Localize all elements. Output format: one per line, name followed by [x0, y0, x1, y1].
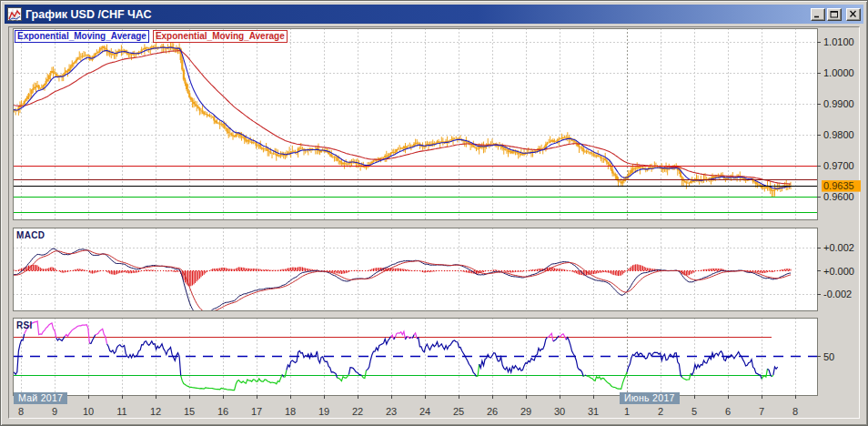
x-axis-day-label: 22: [352, 406, 363, 417]
price-axis-label: 0.9700: [823, 160, 854, 171]
rsi-label: RSI: [16, 320, 33, 330]
macd-axis-label: +0.002: [823, 242, 854, 253]
x-axis-day-label: 8: [792, 406, 798, 417]
x-axis-day-label: 24: [419, 406, 430, 417]
rsi-area[interactable]: [13, 318, 817, 395]
x-axis-day-label: 8: [18, 406, 24, 417]
x-axis-day-label: 26: [487, 406, 498, 417]
macd-area[interactable]: [13, 228, 817, 310]
chart-canvas[interactable]: 1.01001.00000.99000.98000.97000.96000.96…: [1, 1, 868, 426]
x-axis-day-label: 31: [588, 406, 599, 417]
x-axis-day-label: 18: [285, 406, 296, 417]
x-axis-day-label: 11: [116, 406, 126, 417]
indicator-labels: Exponential_Moving_Average Exponential_M…: [15, 30, 288, 43]
x-axis-day-label: 12: [150, 406, 161, 417]
price-axis-label: 0.9900: [823, 98, 854, 109]
ema-slow-label: Exponential_Moving_Average: [153, 30, 288, 43]
x-axis-day-label: 29: [520, 406, 531, 417]
price-axis-label: 1.0000: [823, 67, 854, 78]
macd-axis-label: +0.000: [823, 266, 854, 277]
price-axis-label: 0.9600: [823, 191, 854, 202]
x-axis-day-label: 19: [318, 406, 329, 417]
x-axis-day-label: 15: [184, 406, 195, 417]
x-axis-day-label: 16: [217, 406, 228, 417]
x-axis-day-label: 10: [83, 406, 94, 417]
price-axis-label: 0.9800: [823, 129, 854, 140]
macd-axis-label: -0.002: [823, 289, 852, 299]
price-chart-area[interactable]: [13, 28, 817, 219]
chart-window: График USD /CHF ЧАС 1.01001.00000.99000.…: [0, 0, 868, 426]
x-axis-day-label: 6: [725, 406, 731, 417]
macd-label: MACD: [16, 230, 45, 240]
price-axis-label: 1.0100: [823, 36, 854, 47]
x-axis-day-label: 17: [251, 406, 262, 417]
x-axis-day-label: 7: [759, 406, 764, 417]
month-badge-may: Май 2017: [14, 392, 67, 404]
x-axis-day-label: 2: [658, 406, 663, 417]
x-axis-day-label: 25: [453, 406, 464, 417]
ema-fast-label: Exponential_Moving_Average: [15, 30, 149, 43]
x-axis-day-label: 9: [52, 406, 57, 417]
x-axis-day-label: 5: [691, 406, 697, 417]
month-badge-june: Июнь 2017: [620, 392, 680, 404]
x-axis-day-label: 23: [386, 406, 397, 417]
rsi-axis-label: 50: [823, 351, 834, 362]
x-axis-day-label: 30: [554, 406, 565, 417]
x-axis-day-label: 1: [624, 406, 630, 417]
current-price-label: 0.9635: [823, 180, 854, 191]
